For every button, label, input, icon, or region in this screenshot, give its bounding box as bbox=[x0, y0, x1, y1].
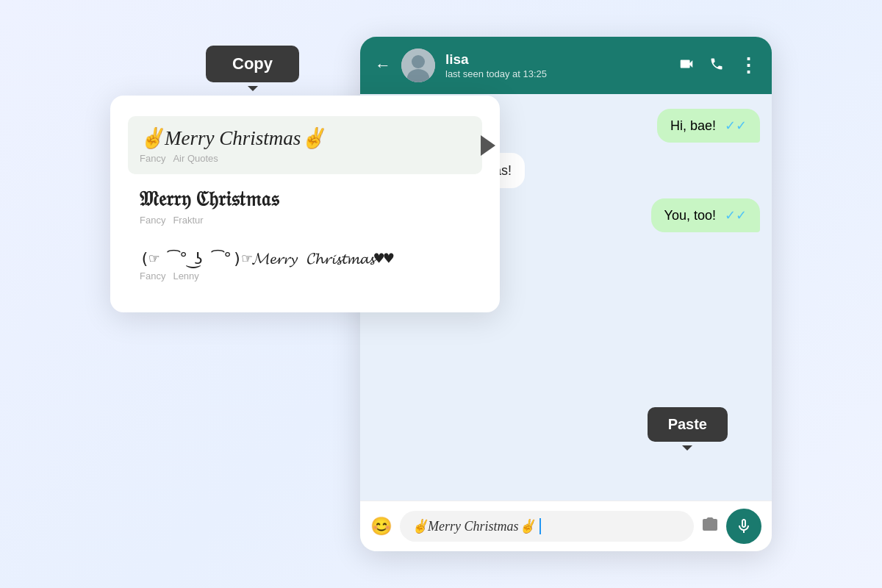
camera-icon[interactable] bbox=[701, 516, 719, 537]
fancy-item-air-quotes[interactable]: ✌️Merry Christmas✌️ Fancy Air Quotes bbox=[128, 116, 482, 174]
svg-point-1 bbox=[412, 55, 425, 68]
bubble-sent-3: You, too! ✓✓ bbox=[651, 198, 760, 232]
video-call-icon[interactable] bbox=[678, 56, 695, 76]
fancy-text-panel: Copy ✌️Merry Christmas✌️ Fancy Air Quote… bbox=[110, 96, 500, 312]
selection-arrow bbox=[481, 135, 495, 156]
message-text-3: You, too! bbox=[664, 208, 716, 223]
copy-tooltip-label: Copy bbox=[232, 54, 273, 73]
tag-air-quotes: Air Quotes bbox=[173, 153, 218, 164]
message-input-field[interactable]: ✌️Merry Christmas✌️ bbox=[400, 511, 694, 542]
fancy-item-fraktur[interactable]: 𝔐𝔢𝔯𝔯𝔶 ℭ𝔥𝔯𝔦𝔰𝔱𝔪𝔞𝔰 Fancy Fraktur bbox=[128, 177, 482, 236]
input-bar: 😊 ✌️Merry Christmas✌️ bbox=[360, 501, 772, 551]
text-cursor bbox=[539, 518, 541, 534]
input-text: ✌️Merry Christmas✌️ bbox=[412, 518, 535, 534]
fancy-item-tags-lenny: Fancy Lenny bbox=[140, 270, 470, 282]
phone-call-icon[interactable] bbox=[709, 57, 724, 75]
message-text-1: Hi, bae! bbox=[670, 118, 716, 134]
tag-fancy-1: Fancy bbox=[140, 153, 165, 164]
contact-name: lisa bbox=[445, 51, 668, 68]
tag-fancy-2: Fancy bbox=[140, 215, 165, 226]
tag-fraktur: Fraktur bbox=[173, 215, 203, 226]
paste-tooltip-label: Paste bbox=[668, 416, 707, 432]
fancy-item-text-lenny: (☞ ͡° ͜ʖ ͡°)☞𝓜𝓮𝓻𝓻𝔂 𝓒𝓱𝓻𝓲𝓼𝓽𝓶𝓪𝓼♥♥ bbox=[140, 249, 470, 268]
message-ticks-1: ✓✓ bbox=[725, 118, 747, 134]
fancy-item-tags-air-quotes: Fancy Air Quotes bbox=[140, 153, 470, 164]
copy-tooltip[interactable]: Copy bbox=[206, 46, 299, 82]
fancy-item-text-air-quotes: ✌️Merry Christmas✌️ bbox=[140, 126, 470, 150]
back-button[interactable]: ← bbox=[375, 56, 391, 75]
tag-fancy-3: Fancy bbox=[140, 270, 165, 282]
tag-lenny: Lenny bbox=[173, 270, 198, 282]
fancy-item-tags-fraktur: Fancy Fraktur bbox=[140, 215, 470, 226]
more-options-icon[interactable]: ⋮ bbox=[739, 54, 757, 77]
contact-info: lisa last seen today at 13:25 bbox=[445, 51, 668, 79]
scene: Copy ✌️Merry Christmas✌️ Fancy Air Quote… bbox=[110, 37, 772, 551]
mic-button[interactable] bbox=[726, 509, 761, 544]
message-ticks-3: ✓✓ bbox=[725, 207, 747, 223]
bubble-sent-1: Hi, bae! ✓✓ bbox=[657, 109, 760, 143]
chat-header: ← lisa last seen today at 13:25 bbox=[360, 37, 772, 94]
emoji-button[interactable]: 😊 bbox=[370, 516, 392, 537]
contact-status: last seen today at 13:25 bbox=[445, 68, 668, 79]
paste-tooltip[interactable]: Paste bbox=[648, 407, 728, 442]
fancy-item-text-fraktur: 𝔐𝔢𝔯𝔯𝔶 ℭ𝔥𝔯𝔦𝔰𝔱𝔪𝔞𝔰 bbox=[140, 187, 470, 212]
header-icons: ⋮ bbox=[678, 54, 757, 77]
fancy-item-lenny[interactable]: (☞ ͡° ͜ʖ ͡°)☞𝓜𝓮𝓻𝓻𝔂 𝓒𝓱𝓻𝓲𝓼𝓽𝓶𝓪𝓼♥♥ Fancy Len… bbox=[128, 239, 482, 292]
contact-avatar bbox=[401, 49, 435, 82]
